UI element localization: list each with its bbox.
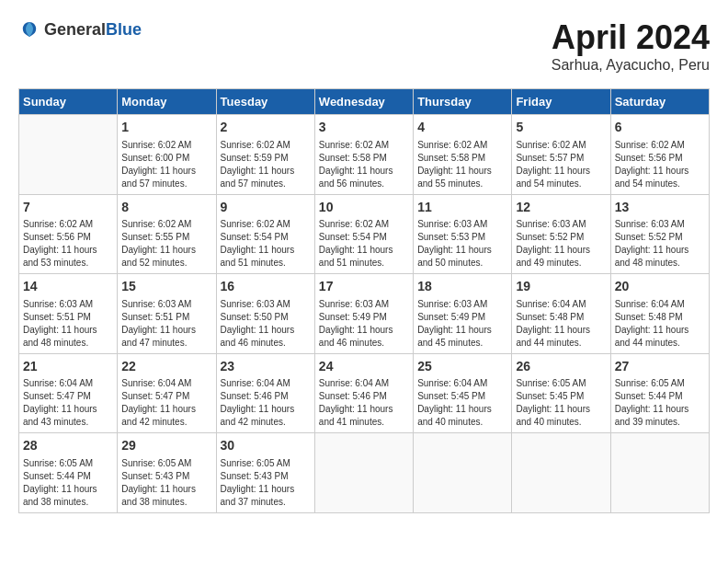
day-info: Sunrise: 6:02 AM Sunset: 5:56 PM Dayligh… [615, 139, 705, 190]
day-number: 8 [121, 199, 211, 217]
day-info: Sunrise: 6:02 AM Sunset: 6:00 PM Dayligh… [121, 139, 211, 190]
calendar-cell: 7Sunrise: 6:02 AM Sunset: 5:56 PM Daylig… [19, 194, 118, 274]
day-info: Sunrise: 6:02 AM Sunset: 5:54 PM Dayligh… [221, 218, 311, 270]
day-number: 6 [615, 119, 705, 137]
calendar-cell [19, 115, 118, 195]
day-info: Sunrise: 6:05 AM Sunset: 5:43 PM Dayligh… [121, 457, 211, 509]
day-number: 11 [417, 199, 507, 217]
calendar-week-row: 7Sunrise: 6:02 AM Sunset: 5:56 PM Daylig… [19, 194, 710, 274]
weekday-header-monday: Monday [118, 89, 216, 115]
day-info: Sunrise: 6:03 AM Sunset: 5:49 PM Dayligh… [319, 298, 409, 350]
calendar-cell [512, 433, 610, 513]
day-info: Sunrise: 6:03 AM Sunset: 5:51 PM Dayligh… [121, 298, 211, 350]
day-info: Sunrise: 6:02 AM Sunset: 5:55 PM Dayligh… [121, 218, 211, 270]
day-number: 22 [121, 358, 211, 376]
calendar-cell: 21Sunrise: 6:04 AM Sunset: 5:47 PM Dayli… [19, 353, 118, 433]
day-number: 23 [221, 358, 311, 376]
day-number: 27 [615, 358, 705, 376]
logo: GeneralBlue [18, 18, 142, 40]
day-info: Sunrise: 6:02 AM Sunset: 5:59 PM Dayligh… [221, 139, 311, 190]
month-title: April 2024 [552, 18, 710, 57]
day-info: Sunrise: 6:03 AM Sunset: 5:52 PM Dayligh… [615, 218, 705, 270]
calendar-table: SundayMondayTuesdayWednesdayThursdayFrid… [18, 88, 710, 513]
day-info: Sunrise: 6:04 AM Sunset: 5:47 PM Dayligh… [121, 377, 211, 429]
day-info: Sunrise: 6:05 AM Sunset: 5:44 PM Dayligh… [615, 377, 705, 429]
day-number: 16 [221, 278, 311, 296]
day-number: 25 [417, 358, 507, 376]
day-number: 21 [23, 358, 113, 376]
calendar-cell: 29Sunrise: 6:05 AM Sunset: 5:43 PM Dayli… [118, 433, 216, 513]
calendar-cell: 20Sunrise: 6:04 AM Sunset: 5:48 PM Dayli… [610, 274, 709, 354]
calendar-week-row: 14Sunrise: 6:03 AM Sunset: 5:51 PM Dayli… [19, 274, 710, 354]
calendar-cell [610, 433, 709, 513]
calendar-cell: 9Sunrise: 6:02 AM Sunset: 5:54 PM Daylig… [216, 194, 314, 274]
calendar-cell: 8Sunrise: 6:02 AM Sunset: 5:55 PM Daylig… [118, 194, 216, 274]
calendar-cell: 6Sunrise: 6:02 AM Sunset: 5:56 PM Daylig… [610, 115, 709, 195]
day-info: Sunrise: 6:04 AM Sunset: 5:46 PM Dayligh… [319, 377, 409, 429]
calendar-cell: 23Sunrise: 6:04 AM Sunset: 5:46 PM Dayli… [216, 353, 314, 433]
day-info: Sunrise: 6:04 AM Sunset: 5:45 PM Dayligh… [417, 377, 507, 429]
day-number: 9 [221, 199, 311, 217]
calendar-cell: 25Sunrise: 6:04 AM Sunset: 5:45 PM Dayli… [414, 353, 512, 433]
calendar-cell: 22Sunrise: 6:04 AM Sunset: 5:47 PM Dayli… [118, 353, 216, 433]
calendar-cell: 19Sunrise: 6:04 AM Sunset: 5:48 PM Dayli… [512, 274, 610, 354]
calendar-cell: 2Sunrise: 6:02 AM Sunset: 5:59 PM Daylig… [216, 115, 314, 195]
day-number: 14 [23, 278, 113, 296]
location-subtitle: Sarhua, Ayacucho, Peru [552, 57, 710, 74]
day-number: 19 [516, 278, 606, 296]
day-info: Sunrise: 6:05 AM Sunset: 5:45 PM Dayligh… [516, 377, 606, 429]
day-number: 17 [319, 278, 409, 296]
day-info: Sunrise: 6:03 AM Sunset: 5:51 PM Dayligh… [23, 298, 113, 350]
day-info: Sunrise: 6:03 AM Sunset: 5:50 PM Dayligh… [221, 298, 311, 350]
calendar-cell: 1Sunrise: 6:02 AM Sunset: 6:00 PM Daylig… [118, 115, 216, 195]
logo-icon [18, 18, 40, 40]
day-number: 2 [221, 119, 311, 137]
calendar-body: 1Sunrise: 6:02 AM Sunset: 6:00 PM Daylig… [19, 115, 710, 513]
calendar-cell: 5Sunrise: 6:02 AM Sunset: 5:57 PM Daylig… [512, 115, 610, 195]
weekday-header-row: SundayMondayTuesdayWednesdayThursdayFrid… [19, 89, 710, 115]
calendar-cell: 4Sunrise: 6:02 AM Sunset: 5:58 PM Daylig… [414, 115, 512, 195]
calendar-week-row: 1Sunrise: 6:02 AM Sunset: 6:00 PM Daylig… [19, 115, 710, 195]
weekday-header-friday: Friday [512, 89, 610, 115]
day-info: Sunrise: 6:05 AM Sunset: 5:43 PM Dayligh… [221, 457, 311, 509]
calendar-week-row: 28Sunrise: 6:05 AM Sunset: 5:44 PM Dayli… [19, 433, 710, 513]
logo-general: General [44, 20, 106, 39]
day-info: Sunrise: 6:02 AM Sunset: 5:56 PM Dayligh… [23, 218, 113, 270]
logo-text: GeneralBlue [44, 20, 142, 40]
day-number: 26 [516, 358, 606, 376]
day-info: Sunrise: 6:04 AM Sunset: 5:47 PM Dayligh… [23, 377, 113, 429]
calendar-cell: 14Sunrise: 6:03 AM Sunset: 5:51 PM Dayli… [19, 274, 118, 354]
page-header: GeneralBlue April 2024 Sarhua, Ayacucho,… [18, 18, 710, 74]
weekday-header-thursday: Thursday [414, 89, 512, 115]
calendar-cell: 3Sunrise: 6:02 AM Sunset: 5:58 PM Daylig… [314, 115, 413, 195]
day-info: Sunrise: 6:02 AM Sunset: 5:58 PM Dayligh… [319, 139, 409, 190]
logo-blue: Blue [106, 20, 142, 39]
calendar-cell [314, 433, 413, 513]
calendar-cell [414, 433, 512, 513]
weekday-header-wednesday: Wednesday [314, 89, 413, 115]
calendar-cell: 13Sunrise: 6:03 AM Sunset: 5:52 PM Dayli… [610, 194, 709, 274]
calendar-cell: 18Sunrise: 6:03 AM Sunset: 5:49 PM Dayli… [414, 274, 512, 354]
day-info: Sunrise: 6:04 AM Sunset: 5:48 PM Dayligh… [615, 298, 705, 350]
day-number: 30 [221, 437, 311, 455]
weekday-header-saturday: Saturday [610, 89, 709, 115]
day-info: Sunrise: 6:05 AM Sunset: 5:44 PM Dayligh… [23, 457, 113, 509]
calendar-cell: 16Sunrise: 6:03 AM Sunset: 5:50 PM Dayli… [216, 274, 314, 354]
weekday-header-tuesday: Tuesday [216, 89, 314, 115]
calendar-cell: 10Sunrise: 6:02 AM Sunset: 5:54 PM Dayli… [314, 194, 413, 274]
day-number: 5 [516, 119, 606, 137]
calendar-cell: 15Sunrise: 6:03 AM Sunset: 5:51 PM Dayli… [118, 274, 216, 354]
day-info: Sunrise: 6:03 AM Sunset: 5:53 PM Dayligh… [417, 218, 507, 270]
day-info: Sunrise: 6:03 AM Sunset: 5:52 PM Dayligh… [516, 218, 606, 270]
day-info: Sunrise: 6:02 AM Sunset: 5:57 PM Dayligh… [516, 139, 606, 190]
day-number: 29 [121, 437, 211, 455]
calendar-header: SundayMondayTuesdayWednesdayThursdayFrid… [19, 89, 710, 115]
calendar-week-row: 21Sunrise: 6:04 AM Sunset: 5:47 PM Dayli… [19, 353, 710, 433]
calendar-cell: 17Sunrise: 6:03 AM Sunset: 5:49 PM Dayli… [314, 274, 413, 354]
weekday-header-sunday: Sunday [19, 89, 118, 115]
day-number: 13 [615, 199, 705, 217]
day-number: 10 [319, 199, 409, 217]
day-number: 3 [319, 119, 409, 137]
day-number: 24 [319, 358, 409, 376]
day-number: 28 [23, 437, 113, 455]
